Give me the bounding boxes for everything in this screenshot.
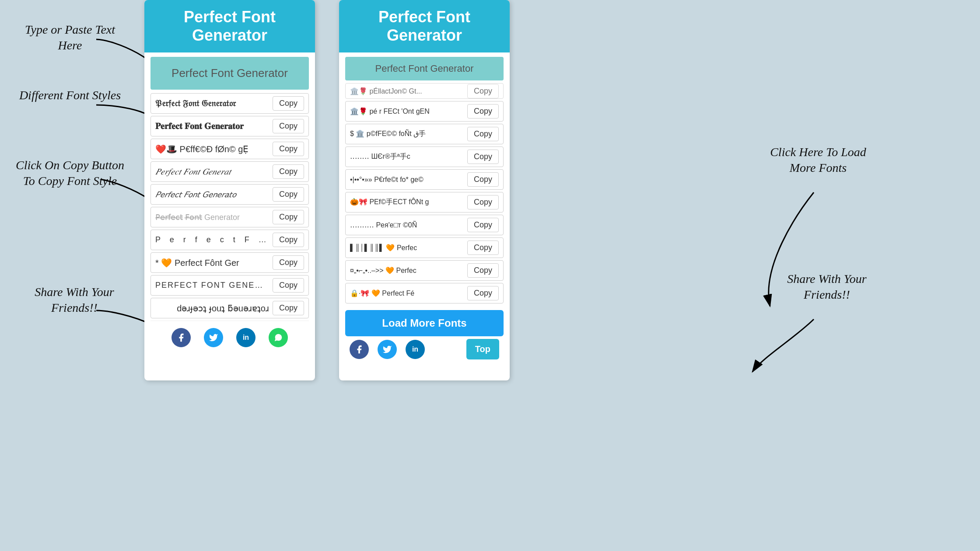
annotation-diff-fonts: Different Font Styles [13,87,127,103]
facebook-share-button[interactable] [172,328,191,347]
font-text: 𝔓𝔢𝔯𝔣𝔢𝔠𝔱 𝔉𝔬𝔫𝔱 𝔊𝔢𝔫𝔢𝔯𝔞𝔱𝔬𝔯 [155,98,269,108]
font-row: 𝐏𝐞𝐫𝐟𝐞𝐜𝐭 𝐅𝐨𝐧𝐭 𝐆𝐞𝐧𝐞𝐫𝐚𝐭𝐨𝐫 Copy [150,116,309,136]
twitter-share-button-right[interactable] [378,340,397,359]
right-panel-title: Perfect Font Generator [348,8,501,45]
right-panel: Perfect Font Generator Perfect Font Gene… [339,0,510,380]
copy-button[interactable]: Copy [273,301,304,315]
font-row: ▌║│▌║║▌ 🧡 Perfec Copy [345,237,504,258]
text-input[interactable] [150,57,309,90]
annotation-load-more: Click Here To Load More Fonts [757,144,879,176]
annotation-click-copy: Click On Copy Button To Copy Font Style [9,157,131,189]
font-row: 🎃🎀 PEf©手ECT fÔNt g Copy [345,192,504,213]
copy-button[interactable]: Copy [273,96,304,111]
font-text: 🎃🎀 PEf©手ECT fÔNt g [350,198,464,207]
font-text: ❤️🎩 P€ff€©Ð fØn© gẸ [155,144,269,154]
top-button[interactable]: Top [466,339,499,359]
font-text: * 🧡 Perfect Fônt Ger [155,258,269,268]
font-row: P̶e̶r̶f̶e̶c̶t̶ F̶o̶n̶t̶ Generator Copy [150,207,309,227]
font-text: PERFECT FONT GENERATOR [155,281,269,290]
font-text: $ 🏛️ p©fFE©© foÑt ق手 [350,129,464,139]
copy-button[interactable]: Copy [467,104,499,119]
copy-button[interactable]: Copy [467,263,499,278]
right-social-row: in [350,340,425,359]
left-panel-body: 𝔓𝔢𝔯𝔣𝔢𝔠𝔱 𝔉𝔬𝔫𝔱 𝔊𝔢𝔫𝔢𝔯𝔞𝔱𝔬𝔯 Copy 𝐏𝐞𝐫𝐟𝐞𝐜𝐭 𝐅𝐨𝐧𝐭… [144,52,315,356]
copy-button[interactable]: Copy [467,218,499,232]
copy-button[interactable]: Copy [467,127,499,141]
annotation-share-right: Share With Your Friends!! [770,271,884,303]
font-row: ɹoʇɐɹǝuǝƃ ʇuoɟ ʇɔǝɟɹǝd Copy [150,298,309,318]
font-text: 🔒·🎀 🧡 Perfect Fé [350,289,464,297]
font-text: 𝘗𝘦𝘳𝘧𝘦𝘤𝘵 𝘍𝘰𝘯𝘵 𝘎𝘦𝘯𝘦𝘳𝘢𝘵𝘰 [155,189,269,199]
font-text: 𝑃𝑒𝑟𝑓𝑒𝑐𝑡 𝐹𝑜𝑛𝑡 𝐺𝑒𝑛𝑒𝑟𝑎𝑡 [155,167,269,177]
font-row: 🏛️🌹 pé r FECt 'Ont gEN Copy [345,101,504,122]
linkedin-share-button[interactable]: in [236,328,256,347]
copy-button[interactable]: Copy [273,210,304,224]
font-text: P̶e̶r̶f̶e̶c̶t̶ F̶o̶n̶t̶ Generator [155,213,269,222]
twitter-share-button[interactable] [204,328,223,347]
copy-button[interactable]: Copy [467,150,499,164]
right-panel-body: Perfect Font Generator 🏛️🌹 pÉllactJon© G… [339,52,510,368]
right-panel-input-display: Perfect Font Generator [345,57,504,80]
right-panel-header: Perfect Font Generator [339,0,510,52]
linkedin-share-button-right[interactable]: in [406,340,425,359]
copy-button[interactable]: Copy [273,233,304,247]
font-text: 🏛️🌹 pÉllactJon© Gt... [350,87,464,95]
facebook-share-button-right[interactable] [350,340,369,359]
font-text: ▌║│▌║║▌ 🧡 Perfec [350,244,464,252]
copy-button[interactable]: Copy [467,241,499,255]
font-row: •|••°•»» P€rfe©t fo* ge© Copy [345,169,504,190]
copy-button[interactable]: Copy [467,195,499,209]
font-row: 🔒·🎀 🧡 Perfect Fé Copy [345,283,504,303]
left-panel-header: Perfect Font Generator [144,0,315,52]
copy-button[interactable]: Copy [273,278,304,293]
font-text: ‥‥‥‥‥ Pея'е□т ©0Ñ [350,221,464,229]
font-row: P e r f e c t F o n t Copy [150,230,309,250]
annotation-type-paste: Type or Paste Text Here [13,22,127,54]
left-panel: Perfect Font Generator 𝔓𝔢𝔯𝔣𝔢𝔠𝔱 𝔉𝔬𝔫𝔱 𝔊𝔢𝔫𝔢… [144,0,315,380]
copy-button[interactable]: Copy [273,164,304,179]
font-row: $ 🏛️ p©fFE©© foÑt ق手 Copy [345,124,504,144]
copy-button[interactable]: Copy [467,172,499,187]
copy-button[interactable]: Copy [467,286,499,300]
copy-button[interactable]: Copy [467,84,499,98]
font-text: 𝐏𝐞𝐫𝐟𝐞𝐜𝐭 𝐅𝐨𝐧𝐭 𝐆𝐞𝐧𝐞𝐫𝐚𝐭𝐨𝐫 [155,121,269,131]
social-share-row: in [150,321,309,352]
copy-button[interactable]: Copy [273,187,304,202]
font-row: * 🧡 Perfect Fônt Ger Copy [150,252,309,273]
whatsapp-share-button[interactable] [269,328,288,347]
font-text: ‥‥‥‥ ШЄr®手ª手c [350,152,464,161]
copy-button[interactable]: Copy [273,142,304,156]
font-text: 🏛️🌹 pé r FECt 'Ont gEN [350,107,464,115]
font-row: 𝔓𝔢𝔯𝔣𝔢𝔠𝔱 𝔉𝔬𝔫𝔱 𝔊𝔢𝔫𝔢𝔯𝔞𝔱𝔬𝔯 Copy [150,93,309,114]
font-row: 𝘗𝘦𝘳𝘧𝘦𝘤𝘵 𝘍𝘰𝘯𝘵 𝘎𝘦𝘯𝘦𝘳𝘢𝘵𝘰 Copy [150,184,309,205]
font-row: PERFECT FONT GENERATOR Copy [150,275,309,296]
font-text: P e r f e c t F o n t [155,235,269,244]
font-row: ¤„•⌐„•..–>> 🧡 Perfec Copy [345,260,504,281]
left-panel-title: Perfect Font Generator [153,8,306,45]
font-text: •|••°•»» P€rfe©t fo* ge© [350,176,464,184]
copy-button[interactable]: Copy [273,255,304,270]
font-row: 𝑃𝑒𝑟𝑓𝑒𝑐𝑡 𝐹𝑜𝑛𝑡 𝐺𝑒𝑛𝑒𝑟𝑎𝑡 Copy [150,161,309,182]
font-row: ‥‥‥‥‥ Pея'е□т ©0Ñ Copy [345,215,504,235]
font-text: ɹoʇɐɹǝuǝƃ ʇuoɟ ʇɔǝɟɹǝd [155,303,269,314]
font-row-partial: 🏛️🌹 pÉllactJon© Gt... Copy [345,83,504,99]
font-row: ‥‥‥‥ ШЄr®手ª手c Copy [345,146,504,167]
font-text: ¤„•⌐„•..–>> 🧡 Perfec [350,266,464,275]
bottom-bar: in Top [345,339,504,364]
font-row: ❤️🎩 P€ff€©Ð fØn© gẸ Copy [150,139,309,159]
load-more-button[interactable]: Load More Fonts [345,310,504,336]
copy-button[interactable]: Copy [273,119,304,133]
annotation-share-left: Share With Your Friends!! [18,284,131,316]
